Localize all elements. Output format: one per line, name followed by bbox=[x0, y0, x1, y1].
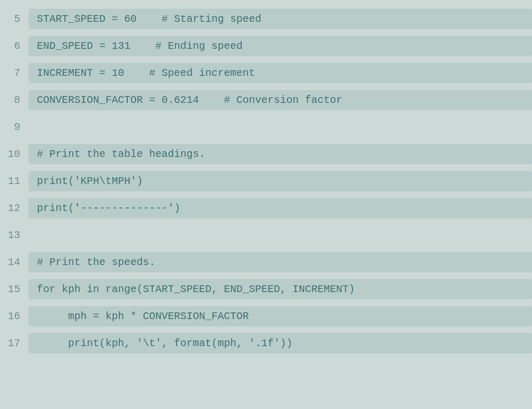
line-code: START_SPEED = 60 # Starting speed bbox=[29, 9, 532, 29]
line-code: print('--------------') bbox=[29, 198, 532, 218]
line-code: # Print the speeds. bbox=[29, 252, 532, 272]
code-line: 12print('--------------') bbox=[0, 194, 532, 221]
line-number: 15 bbox=[0, 283, 29, 295]
code-line: 15for kph in range(START_SPEED, END_SPEE… bbox=[0, 275, 532, 302]
code-line: 14# Print the speeds. bbox=[0, 248, 532, 275]
line-number: 11 bbox=[0, 175, 29, 187]
line-code: # Print the table headings. bbox=[29, 144, 532, 164]
code-viewer: 5START_SPEED = 60 # Starting speed6END_S… bbox=[0, 0, 532, 409]
code-line: 16 mph = kph * CONVERSION_FACTOR bbox=[0, 302, 532, 329]
line-number: 16 bbox=[0, 310, 29, 322]
line-number: 13 bbox=[0, 229, 29, 241]
line-number: 6 bbox=[0, 40, 29, 52]
code-line: 6END_SPEED = 131 # Ending speed bbox=[0, 32, 532, 59]
line-code: print(kph, '\t', format(mph, '.1f')) bbox=[29, 333, 532, 353]
line-code: INCREMENT = 10 # Speed increment bbox=[29, 63, 532, 83]
code-line: 11print('KPH\tMPH') bbox=[0, 167, 532, 194]
code-line: 5START_SPEED = 60 # Starting speed bbox=[0, 5, 532, 32]
code-line: 9 bbox=[0, 113, 532, 140]
line-number: 14 bbox=[0, 256, 29, 268]
line-code: print('KPH\tMPH') bbox=[29, 171, 532, 191]
line-number: 12 bbox=[0, 202, 29, 214]
code-line: 13 bbox=[0, 221, 532, 248]
line-number: 9 bbox=[0, 121, 29, 133]
line-number: 10 bbox=[0, 148, 29, 160]
line-number: 5 bbox=[0, 13, 29, 25]
code-line: 17 print(kph, '\t', format(mph, '.1f')) bbox=[0, 329, 532, 357]
code-line: 10# Print the table headings. bbox=[0, 140, 532, 167]
line-code: CONVERSION_FACTOR = 0.6214 # Conversion … bbox=[29, 90, 532, 110]
line-code: END_SPEED = 131 # Ending speed bbox=[29, 36, 532, 56]
line-code: for kph in range(START_SPEED, END_SPEED,… bbox=[29, 279, 532, 299]
code-line: 8CONVERSION_FACTOR = 0.6214 # Conversion… bbox=[0, 86, 532, 113]
line-code bbox=[29, 117, 532, 136]
line-number: 8 bbox=[0, 94, 29, 106]
line-code bbox=[29, 226, 532, 244]
line-code: mph = kph * CONVERSION_FACTOR bbox=[29, 306, 532, 326]
code-line: 7INCREMENT = 10 # Speed increment bbox=[0, 59, 532, 86]
line-number: 7 bbox=[0, 67, 29, 79]
line-number: 17 bbox=[0, 337, 29, 349]
